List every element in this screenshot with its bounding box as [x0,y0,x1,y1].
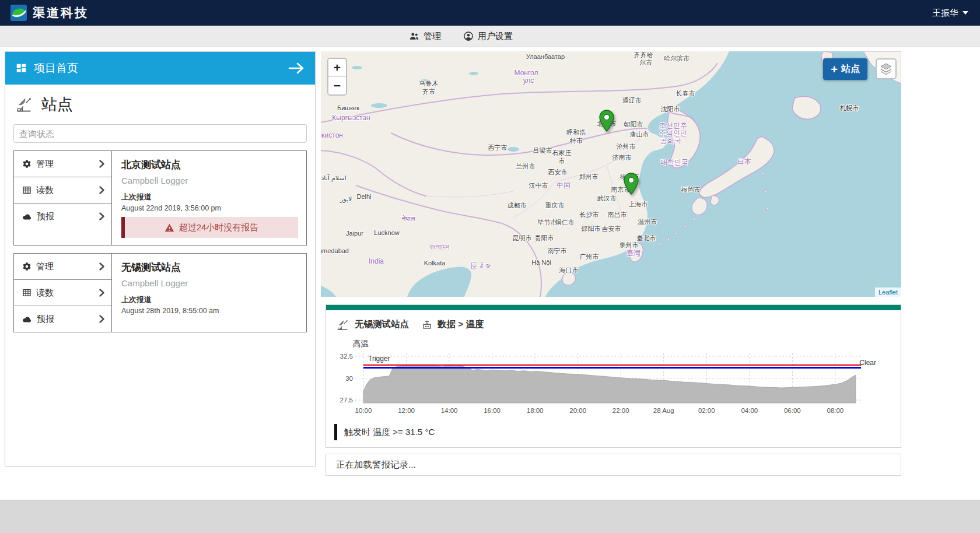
project-panel-header: 项目首页 [5,52,315,85]
subnav-item-label: 管理 [424,31,441,42]
map-marker[interactable] [599,110,614,132]
y-axis-label: 27.5 [340,397,353,404]
brand-title: 渠道科技 [33,5,89,21]
loading-text: 正在加载警报记录... [336,459,416,471]
users-icon [409,31,419,41]
alert-text: 超过24小时没有报告 [179,222,259,233]
stations-section-title: 站点 [41,94,73,115]
user-menu[interactable]: 王振华 [932,8,968,19]
temperature-panel: 无锡测试站点 数据 > 温度 高温 TriggerClear27.53032.5… [326,304,901,448]
map-graphic [321,51,901,297]
subnav-item-user-settings[interactable]: 用户设置 [463,31,513,42]
table-icon [22,288,32,297]
subnav-item-admin[interactable]: 管理 [409,31,441,42]
datalogger-icon [422,320,432,330]
station-summary: 无锡测试站点 Campbell Logger 上次报道 August 28th … [112,254,306,332]
gear-icon [22,159,32,169]
layers-icon [879,62,893,76]
last-report-label: 上次报道 [121,294,298,305]
x-axis-label: 02:00 [698,407,715,414]
y-axis-label: 30 [345,375,353,382]
plus-icon: + [831,64,838,75]
marker-pin-icon [624,173,639,195]
station-menu-label: 读数 [36,185,54,196]
station-logger-type: Campbell Logger [121,176,298,185]
map-zoom-control: + − [327,58,347,96]
project-panel-title: 项目首页 [34,61,78,76]
table-icon [22,185,32,195]
breadcrumb: 无锡测试站点 数据 > 温度 [326,310,901,331]
condition-accent-bar [334,424,337,440]
temperature-chart: TriggerClear27.53032.510:0012:0014:0016:… [330,350,901,422]
x-axis-label: 08:00 [827,407,844,414]
station-card: 管理 读数 预报 无锡测试站点 Campbell Logger 上次报道 Aug… [13,253,307,332]
breadcrumb-path[interactable]: 数据 > 温度 [438,318,484,331]
leaflet-attribution[interactable]: Leaflet [875,287,901,297]
x-axis-label: 10:00 [355,407,372,414]
user-icon [463,31,474,41]
footer-strip [0,500,980,533]
alarm-loading-box: 正在加载警报记录... [326,454,901,476]
station-menu-item-manage[interactable]: 管理 [14,254,111,280]
satellite-dish-icon [16,96,33,113]
brand-logo-icon [10,5,27,21]
satellite-dish-icon [337,319,349,331]
last-report-time: August 28th 2019, 8:55:00 am [121,307,298,315]
warning-icon [164,223,174,232]
map[interactable]: УлаанбаатарМонголулс齐齐哈尔市哈尔滨市乌鲁木齐市长春市通辽市… [321,51,901,297]
station-search-input[interactable] [13,124,307,143]
zoom-out-button[interactable]: − [328,77,346,94]
user-name: 王振华 [932,8,958,19]
forward-arrow-icon[interactable] [288,62,304,75]
project-panel: 项目首页 站点 管理 读数 [5,51,316,467]
trigger-label: Trigger [368,355,390,363]
station-name: 无锡测试站点 [121,261,298,274]
x-axis-label: 04:00 [741,407,758,414]
x-axis-label: 22:00 [612,407,629,414]
station-card: 管理 读数 预报 北京测试站点 Campbell Logger 上次报道 Aug… [13,150,307,246]
grid-icon [16,63,27,74]
station-menu: 管理 读数 预报 [14,151,112,245]
gear-icon [22,262,32,271]
top-navbar: 渠道科技 王振华 [0,0,980,26]
x-axis-label: 28 Aug [653,407,674,414]
last-report-label: 上次报道 [121,192,298,202]
zoom-in-button[interactable]: + [328,59,346,77]
station-logger-type: Campbell Logger [121,278,298,288]
station-alert: 超过24小时没有报告 [121,217,298,238]
station-menu-label: 读数 [36,287,54,299]
station-menu-item-forecast[interactable]: 预报 [14,306,111,332]
chevron-right-icon [99,186,104,194]
clear-label: Clear [859,359,876,367]
cloud-icon [22,212,32,221]
map-marker[interactable] [624,173,639,195]
chart-area-series [363,364,856,403]
chevron-right-icon [99,289,104,297]
add-station-button[interactable]: + 站点 [823,58,867,80]
station-menu-label: 预报 [37,211,54,222]
x-axis-label: 20:00 [569,407,586,414]
cloud-icon [22,315,32,324]
station-menu-label: 管理 [36,261,54,272]
station-menu-item-forecast[interactable]: 预报 [14,204,111,229]
caret-down-icon [963,11,968,15]
marker-pin-icon [599,110,614,132]
chevron-right-icon [99,212,104,220]
y-axis-label: 32.5 [340,353,353,360]
breadcrumb-station[interactable]: 无锡测试站点 [355,318,409,331]
x-axis-label: 14:00 [441,407,458,414]
station-menu-item-manage[interactable]: 管理 [14,151,111,177]
trigger-condition: 触发时 温度 >= 31.5 °C [334,424,892,440]
x-axis-label: 16:00 [484,407,501,414]
subnav: 管理 用户设置 [0,26,980,47]
brand: 渠道科技 [10,5,89,21]
station-menu: 管理 读数 预报 [14,254,112,332]
chevron-right-icon [99,160,104,168]
layers-control[interactable] [876,58,897,79]
panel-accent-bar [326,305,901,310]
station-menu-label: 管理 [36,159,54,170]
chevron-right-icon [99,262,104,271]
subnav-item-label: 用户设置 [478,31,513,42]
station-menu-item-readings[interactable]: 读数 [14,177,111,204]
station-menu-item-readings[interactable]: 读数 [14,280,111,306]
